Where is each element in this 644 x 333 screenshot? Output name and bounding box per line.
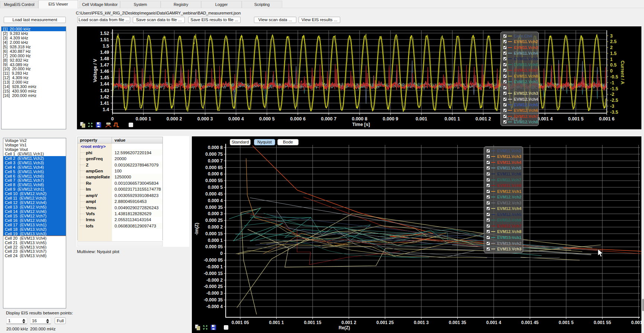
svg-text:0.000 65: 0.000 65 bbox=[205, 165, 223, 170]
svg-text:0.000 1: 0.000 1 bbox=[136, 116, 151, 122]
svg-text:0.001 55: 0.001 55 bbox=[594, 320, 611, 325]
svg-text:1.43: 1.43 bbox=[100, 88, 109, 93]
svg-text:1.5: 1.5 bbox=[103, 43, 109, 49]
svg-text:0.001 35: 0.001 35 bbox=[449, 320, 466, 325]
svg-text:0.000 8: 0.000 8 bbox=[208, 145, 223, 150]
svg-text:1.51: 1.51 bbox=[100, 37, 109, 42]
svg-text:-0.000 4: -0.000 4 bbox=[206, 304, 223, 309]
svg-text:0.001 05: 0.001 05 bbox=[232, 320, 249, 325]
svg-text:0.001 2: 0.001 2 bbox=[476, 116, 491, 122]
svg-text:1.46: 1.46 bbox=[100, 69, 109, 74]
svg-text:0.000 6: 0.000 6 bbox=[290, 116, 306, 122]
svg-text:-0.000 15: -0.000 15 bbox=[204, 271, 223, 276]
svg-text:0.001 3: 0.001 3 bbox=[414, 320, 429, 325]
svg-text:0.001 4: 0.001 4 bbox=[486, 320, 501, 325]
svg-text:0.000 05: 0.000 05 bbox=[205, 244, 223, 249]
svg-text:-0.5: -0.5 bbox=[610, 74, 618, 80]
svg-text:0: 0 bbox=[220, 251, 223, 256]
svg-text:0.000 45: 0.000 45 bbox=[205, 191, 223, 197]
svg-text:1.52: 1.52 bbox=[100, 31, 109, 36]
svg-text:0.000 4: 0.000 4 bbox=[228, 116, 244, 122]
svg-text:1: 1 bbox=[610, 57, 613, 62]
svg-text:-0.000 35: -0.000 35 bbox=[204, 297, 223, 303]
svg-text:-2.5: -2.5 bbox=[610, 98, 618, 103]
svg-text:0.001 45: 0.001 45 bbox=[521, 320, 539, 325]
svg-text:2: 2 bbox=[610, 45, 613, 50]
svg-text:-Im(Z): -Im(Z) bbox=[194, 223, 199, 235]
svg-text:-1: -1 bbox=[610, 80, 614, 85]
svg-text:-0.000 05: -0.000 05 bbox=[204, 258, 223, 263]
svg-text:1.42: 1.42 bbox=[100, 94, 109, 100]
svg-text:1.48: 1.48 bbox=[100, 56, 109, 61]
svg-text:1.45: 1.45 bbox=[100, 75, 109, 80]
svg-text:-0.000 1: -0.000 1 bbox=[206, 264, 223, 269]
svg-text:2.5: 2.5 bbox=[610, 39, 616, 44]
svg-text:0.001: 0.001 bbox=[416, 116, 427, 122]
svg-text:0.000 15: 0.000 15 bbox=[205, 231, 223, 236]
svg-text:-3.5: -3.5 bbox=[610, 110, 618, 115]
svg-text:1.47: 1.47 bbox=[100, 62, 109, 68]
svg-text:0.000 7: 0.000 7 bbox=[321, 116, 337, 122]
svg-text:-2: -2 bbox=[610, 92, 614, 97]
svg-text:0.000 2: 0.000 2 bbox=[208, 224, 223, 230]
svg-text:0.000 4: 0.000 4 bbox=[208, 198, 223, 203]
svg-text:0.001 5: 0.001 5 bbox=[559, 320, 574, 325]
svg-text:0.001 6: 0.001 6 bbox=[631, 320, 641, 325]
svg-text:3: 3 bbox=[610, 33, 613, 39]
svg-text:Time [s]: Time [s] bbox=[352, 122, 370, 127]
svg-text:0.001 4: 0.001 4 bbox=[537, 116, 553, 122]
svg-text:0.000 7: 0.000 7 bbox=[208, 158, 223, 164]
svg-text:0.001 5: 0.001 5 bbox=[568, 116, 584, 122]
svg-text:-0.000 2: -0.000 2 bbox=[206, 278, 223, 283]
svg-text:0.5: 0.5 bbox=[610, 62, 616, 68]
svg-text:1.4: 1.4 bbox=[103, 107, 109, 112]
svg-text:0: 0 bbox=[111, 116, 114, 122]
svg-text:0.000 5: 0.000 5 bbox=[259, 116, 275, 122]
svg-text:0.000 35: 0.000 35 bbox=[205, 205, 223, 210]
svg-text:1.49: 1.49 bbox=[100, 50, 109, 55]
svg-text:0.001 1: 0.001 1 bbox=[269, 320, 284, 325]
svg-text:0.000 75: 0.000 75 bbox=[205, 152, 223, 157]
svg-text:-0.000 3: -0.000 3 bbox=[206, 291, 223, 296]
svg-text:0.000 9: 0.000 9 bbox=[383, 116, 398, 122]
svg-text:-0.000 25: -0.000 25 bbox=[204, 284, 223, 289]
svg-text:0.001 6: 0.001 6 bbox=[599, 116, 615, 122]
svg-text:0.000 8: 0.000 8 bbox=[352, 116, 367, 122]
svg-text:0.001 2: 0.001 2 bbox=[341, 320, 356, 325]
svg-text:0: 0 bbox=[610, 68, 613, 74]
svg-text:0.001 1: 0.001 1 bbox=[445, 116, 460, 122]
svg-text:0.000 55: 0.000 55 bbox=[205, 178, 223, 183]
svg-text:0.000 3: 0.000 3 bbox=[208, 211, 223, 216]
svg-text:0.000 2: 0.000 2 bbox=[167, 116, 182, 122]
svg-text:1.5: 1.5 bbox=[610, 51, 616, 56]
svg-text:Re(Z): Re(Z) bbox=[339, 325, 350, 330]
svg-text:0.001 15: 0.001 15 bbox=[304, 320, 321, 325]
svg-text:1.41: 1.41 bbox=[100, 101, 109, 106]
svg-text:1.44: 1.44 bbox=[100, 81, 109, 87]
svg-text:-1.5: -1.5 bbox=[610, 86, 618, 91]
svg-text:Voltage / V: Voltage / V bbox=[93, 59, 98, 83]
svg-text:0.000 1: 0.000 1 bbox=[208, 238, 223, 243]
svg-text:0.000 25: 0.000 25 bbox=[205, 218, 223, 223]
svg-text:-3: -3 bbox=[610, 104, 614, 109]
svg-text:0.000 3: 0.000 3 bbox=[197, 116, 213, 122]
svg-text:0.000 6: 0.000 6 bbox=[208, 171, 223, 177]
svg-text:0.001 25: 0.001 25 bbox=[376, 320, 394, 325]
svg-text:0.000 5: 0.000 5 bbox=[208, 185, 223, 190]
svg-text:Current / A: Current / A bbox=[620, 61, 625, 84]
